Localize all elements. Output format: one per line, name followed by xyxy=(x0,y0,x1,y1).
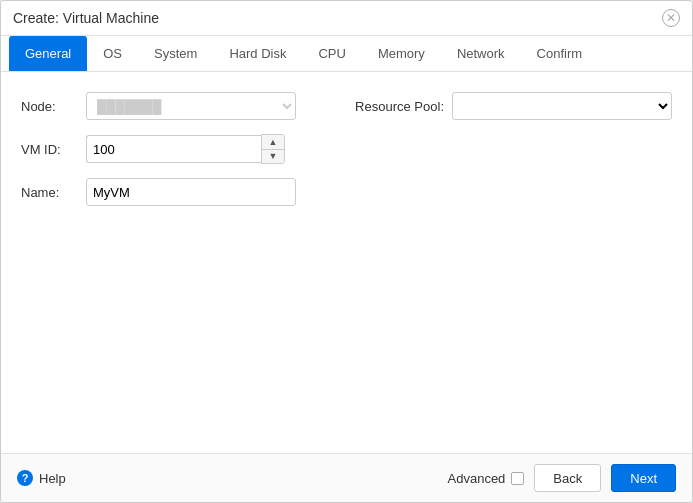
advanced-section: Advanced xyxy=(448,471,525,486)
tab-confirm[interactable]: Confirm xyxy=(521,36,599,71)
tab-system[interactable]: System xyxy=(138,36,213,71)
vmid-increment[interactable]: ▲ xyxy=(262,135,284,149)
vmid-spin-buttons: ▲ ▼ xyxy=(261,134,285,164)
tab-bar: General OS System Hard Disk CPU Memory N… xyxy=(1,36,692,72)
help-label: Help xyxy=(39,471,66,486)
title-bar: Create: Virtual Machine ✕ xyxy=(1,1,692,36)
dialog-title: Create: Virtual Machine xyxy=(13,10,159,26)
name-input[interactable] xyxy=(86,178,296,206)
help-icon: ? xyxy=(17,470,33,486)
tab-os[interactable]: OS xyxy=(87,36,138,71)
tab-memory[interactable]: Memory xyxy=(362,36,441,71)
left-column: Node: ███████ VM ID: ▲ ▼ xyxy=(21,92,315,220)
help-section: ? Help xyxy=(17,470,66,486)
node-label: Node: xyxy=(21,99,86,114)
form-columns: Node: ███████ VM ID: ▲ ▼ xyxy=(21,92,672,220)
tab-network[interactable]: Network xyxy=(441,36,521,71)
vmid-decrement[interactable]: ▼ xyxy=(262,149,284,163)
vmid-label: VM ID: xyxy=(21,142,86,157)
next-button[interactable]: Next xyxy=(611,464,676,492)
close-button[interactable]: ✕ xyxy=(662,9,680,27)
back-button[interactable]: Back xyxy=(534,464,601,492)
vmid-input[interactable] xyxy=(86,135,261,163)
footer: ? Help Advanced Back Next xyxy=(1,453,692,502)
tab-harddisk[interactable]: Hard Disk xyxy=(213,36,302,71)
tab-cpu[interactable]: CPU xyxy=(302,36,361,71)
vmid-row: VM ID: ▲ ▼ xyxy=(21,134,315,164)
form-content: Node: ███████ VM ID: ▲ ▼ xyxy=(1,72,692,453)
tab-general[interactable]: General xyxy=(9,36,87,71)
resource-pool-label: Resource Pool: xyxy=(355,99,444,114)
vmid-spinbox: ▲ ▼ xyxy=(86,134,285,164)
name-row: Name: xyxy=(21,178,315,206)
node-select[interactable]: ███████ xyxy=(86,92,296,120)
right-column: Resource Pool: xyxy=(355,92,672,220)
resource-pool-row: Resource Pool: xyxy=(355,92,672,120)
advanced-checkbox[interactable] xyxy=(511,472,524,485)
resource-pool-select[interactable] xyxy=(452,92,672,120)
footer-actions: Advanced Back Next xyxy=(448,464,676,492)
node-row: Node: ███████ xyxy=(21,92,315,120)
name-label: Name: xyxy=(21,185,86,200)
advanced-label: Advanced xyxy=(448,471,506,486)
create-vm-dialog: Create: Virtual Machine ✕ General OS Sys… xyxy=(0,0,693,503)
